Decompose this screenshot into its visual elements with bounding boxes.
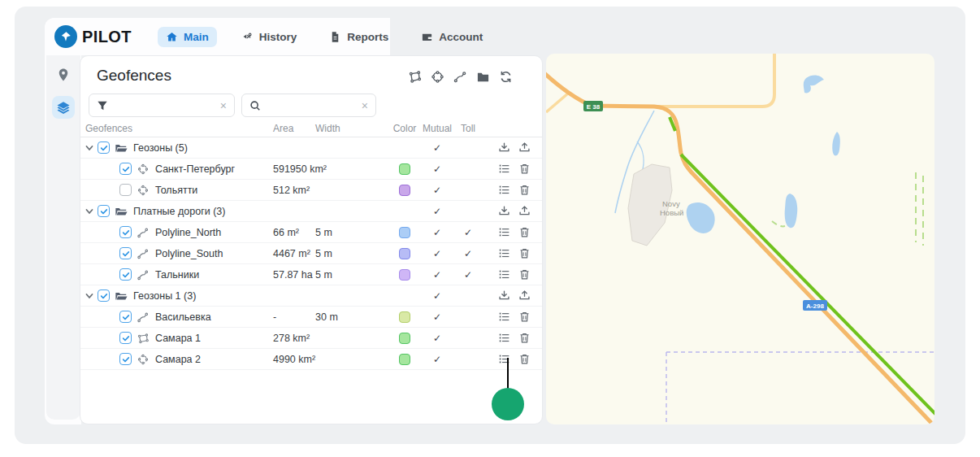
row-checkbox[interactable] <box>119 353 132 365</box>
chevron-down-icon[interactable] <box>85 291 94 301</box>
details-list-icon[interactable] <box>498 184 510 196</box>
color-swatch[interactable] <box>399 311 410 323</box>
search-input[interactable] <box>261 99 362 111</box>
color-swatch[interactable] <box>399 248 410 259</box>
table-row[interactable]: Тальники57.87 ha5 m✓✓ <box>80 264 542 285</box>
trash-icon[interactable] <box>518 226 531 238</box>
nav-item-reports[interactable]: Reports <box>321 27 397 47</box>
road-badge-a298: A-298 <box>803 300 827 311</box>
details-list-icon[interactable] <box>498 268 510 281</box>
row-checkbox[interactable] <box>98 205 110 217</box>
table-row[interactable]: Polyline_North66 m²5 m✓✓ <box>80 222 542 243</box>
filter-clear-icon[interactable]: × <box>220 100 227 111</box>
map-canvas[interactable]: E 38 A-298 Novy Новый <box>546 54 934 424</box>
row-checkbox[interactable] <box>119 184 132 196</box>
sidebar-item-pin[interactable] <box>52 63 75 86</box>
annotation-pointer-line <box>507 358 509 389</box>
download-icon[interactable] <box>498 205 510 217</box>
table-row[interactable]: Платные дороги (3)✓ <box>80 201 542 222</box>
table-row[interactable]: Санкт-Петербург591950 km²✓ <box>80 159 542 180</box>
color-swatch[interactable] <box>399 227 410 238</box>
row-checkbox[interactable] <box>119 163 132 175</box>
details-list-icon[interactable] <box>498 226 510 238</box>
geofence-name-cell: Polyline_South <box>80 243 273 263</box>
trash-icon[interactable] <box>518 311 531 323</box>
color-swatch[interactable] <box>399 163 410 175</box>
geofence-label: Polyline_South <box>155 248 223 259</box>
geofence-label: Васильевка <box>155 311 211 323</box>
table-row[interactable]: Самара 1278 km²✓ <box>80 328 542 349</box>
row-checkbox[interactable] <box>98 141 110 154</box>
svg-text:E 38: E 38 <box>587 103 601 111</box>
chevron-down-icon[interactable] <box>85 207 94 216</box>
trash-icon[interactable] <box>518 268 531 281</box>
column-header-area: Area <box>273 123 315 134</box>
geofence-name-cell: Самара 2 <box>80 349 273 369</box>
geofence-table-rows: Геозоны (5)✓Санкт-Петербург591950 km²✓То… <box>80 137 542 370</box>
color-swatch[interactable] <box>399 269 410 281</box>
table-row[interactable]: Геозоны (5)✓ <box>80 137 542 159</box>
geofence-name-cell: Тольятти <box>80 180 273 200</box>
folder-icon <box>115 141 128 155</box>
geofence-polyline-icon <box>137 247 150 260</box>
home-icon <box>166 31 178 43</box>
refresh-icon[interactable] <box>499 70 513 84</box>
details-list-icon[interactable] <box>498 311 510 323</box>
mutual-check: ✓ <box>421 269 453 281</box>
search-clear-icon[interactable]: × <box>362 100 368 111</box>
polygon-tool-icon[interactable] <box>408 70 422 84</box>
panel-inputs: × × <box>89 94 376 117</box>
row-actions <box>483 247 542 259</box>
row-checkbox[interactable] <box>98 289 110 302</box>
trash-icon[interactable] <box>518 332 531 344</box>
details-list-icon[interactable] <box>498 163 510 175</box>
reports-icon <box>329 31 341 43</box>
nav-item-history[interactable]: History <box>233 27 306 47</box>
geofence-label: Самара 1 <box>155 333 201 344</box>
row-checkbox[interactable] <box>119 226 132 238</box>
row-actions <box>483 184 542 196</box>
table-row[interactable]: Васильевка-30 m✓ <box>80 307 542 328</box>
table-row[interactable]: Тольятти512 km²✓ <box>80 180 542 201</box>
upload-icon[interactable] <box>518 205 531 217</box>
color-swatch[interactable] <box>399 333 410 344</box>
mutual-check: ✓ <box>421 290 453 302</box>
download-icon[interactable] <box>498 289 510 302</box>
table-row[interactable]: Самара 24990 km²✓ <box>80 349 542 370</box>
trash-icon[interactable] <box>518 184 531 196</box>
geofence-name-cell: Геозоны 1 (3) <box>80 285 273 306</box>
upload-icon[interactable] <box>518 141 531 154</box>
trash-icon[interactable] <box>518 247 531 259</box>
column-header-geofences: Geofences <box>80 123 273 134</box>
funnel-icon <box>97 100 108 111</box>
filter-input[interactable] <box>108 99 220 111</box>
download-icon[interactable] <box>498 141 510 154</box>
sidebar-item-layers[interactable] <box>52 96 75 119</box>
settlement-label-en: Novy <box>662 199 680 208</box>
trash-icon[interactable] <box>518 163 531 175</box>
table-row[interactable]: Геозоны 1 (3)✓ <box>80 285 542 307</box>
color-swatch[interactable] <box>399 185 410 196</box>
row-checkbox[interactable] <box>119 332 132 344</box>
row-actions <box>483 205 542 217</box>
circle-tool-icon[interactable] <box>431 70 444 84</box>
table-row[interactable]: Polyline_South4467 m²5 m✓✓ <box>80 243 542 264</box>
folder-tool-icon[interactable] <box>476 70 490 84</box>
upload-icon[interactable] <box>518 289 531 302</box>
color-swatch[interactable] <box>399 354 410 365</box>
row-checkbox[interactable] <box>119 268 132 281</box>
mutual-check: ✓ <box>421 227 453 238</box>
settlement-label-ru: Новый <box>660 208 683 217</box>
nav-item-main[interactable]: Main <box>158 27 217 47</box>
details-list-icon[interactable] <box>498 332 510 344</box>
row-checkbox[interactable] <box>119 311 132 323</box>
toll-check: ✓ <box>453 227 483 238</box>
trash-icon[interactable] <box>518 353 531 365</box>
nav-item-account[interactable]: Account <box>413 27 491 47</box>
polyline-tool-icon[interactable] <box>453 70 467 84</box>
area-value: 66 m² <box>273 227 315 238</box>
row-checkbox[interactable] <box>119 247 132 259</box>
details-list-icon[interactable] <box>498 247 510 259</box>
geofence-label: Геозоны 1 (3) <box>133 290 196 302</box>
chevron-down-icon[interactable] <box>85 143 94 153</box>
